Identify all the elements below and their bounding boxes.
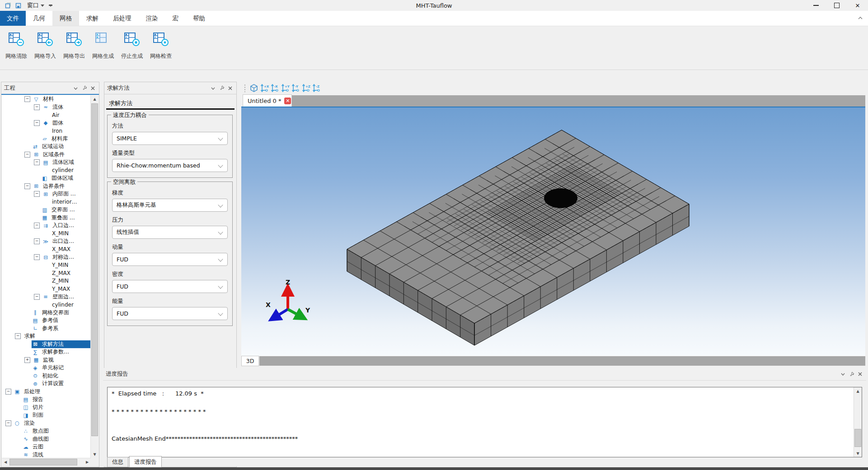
tree-item-材料库[interactable]: ▱材料库 — [2, 135, 91, 143]
tree-item-Z_MIN[interactable]: Z_MIN — [2, 277, 91, 285]
tree-item-渲染[interactable]: −○渲染 — [2, 419, 91, 428]
tree-item-Y_MIN[interactable]: Y_MIN — [2, 261, 91, 270]
tree-item-报告[interactable]: ▤报告 — [2, 396, 91, 404]
tree-item-入口边…[interactable]: −⇉入口边… — [2, 222, 91, 230]
scroll-up-icon[interactable]: ▲ — [91, 95, 99, 102]
tree-item-计算设置[interactable]: ⊛计算设置 — [2, 380, 91, 388]
dropdown-动量[interactable]: FUD — [112, 253, 228, 266]
pin-icon[interactable] — [81, 85, 88, 92]
collapse-icon[interactable]: − — [34, 223, 40, 228]
网格检查-button[interactable]: 网格检查 — [146, 32, 175, 60]
bottom-tab-进度报告[interactable]: 进度报告 — [129, 456, 162, 467]
tree-horizontal-scrollbar[interactable]: ◀ ▶ — [2, 458, 91, 466]
close-icon[interactable] — [227, 85, 234, 92]
collapse-icon[interactable]: − — [34, 120, 40, 126]
tree-item-后处理[interactable]: −▣后处理 — [2, 388, 91, 396]
tab-close-icon[interactable]: ✕ — [284, 98, 291, 104]
menu-item-求解[interactable]: 求解 — [79, 11, 106, 26]
scroll-down-icon[interactable]: ▼ — [854, 450, 862, 457]
tree-item-监视[interactable]: +▦监视 — [2, 356, 91, 364]
document-tab[interactable]: Untitled 0 * ✕ — [243, 94, 292, 107]
tree-item-切片[interactable]: ◫切片 — [2, 404, 91, 412]
chevron-down-icon[interactable] — [210, 85, 216, 92]
scrollbar-thumb[interactable] — [854, 429, 861, 447]
menu-item-几何[interactable]: 几何 — [26, 11, 52, 26]
tree-item-单元标记[interactable]: ◈单元标记 — [2, 364, 91, 372]
scroll-up-icon[interactable]: ▲ — [854, 387, 862, 395]
console-scrollbar[interactable]: ▲ ▼ — [854, 387, 862, 457]
dropdown-密度[interactable]: FUD — [112, 280, 228, 293]
menu-item-渲染[interactable]: 渲染 — [139, 11, 165, 26]
collapse-icon[interactable]: − — [24, 152, 30, 158]
pin-icon[interactable] — [848, 371, 855, 377]
collapse-icon[interactable]: − — [5, 420, 11, 426]
tree-item-Y_MAX[interactable]: Y_MAX — [2, 285, 91, 293]
collapse-icon[interactable]: − — [34, 238, 40, 244]
scroll-left-icon[interactable]: ◀ — [2, 458, 9, 466]
tree-item-求解[interactable]: −求解 — [2, 332, 91, 340]
tree-item-曲线图[interactable]: ∿曲线图 — [2, 435, 91, 443]
chevron-down-icon[interactable] — [72, 85, 79, 92]
3d-viewport[interactable]: Z X Y — [241, 107, 865, 356]
close-icon[interactable] — [857, 371, 863, 377]
网格导入-button[interactable]: 网格导入 — [31, 32, 60, 60]
网格导出-button[interactable]: 网格导出 — [60, 32, 89, 60]
collapse-icon[interactable]: − — [34, 254, 40, 260]
dropdown-方法[interactable]: SIMPLE — [112, 132, 228, 145]
tree-item-初始化[interactable]: ⊙初始化 — [2, 372, 91, 380]
scrollbar-thumb[interactable] — [91, 103, 98, 436]
停止生成-button[interactable]: 停止生成 — [117, 32, 146, 60]
view-minus-x-icon[interactable]: -X — [269, 83, 280, 93]
网格生成-button[interactable]: 网格生成 — [89, 32, 117, 60]
tree-item-cylinder[interactable]: cylinder — [2, 301, 91, 309]
view-minus-z-icon[interactable]: -Z — [311, 83, 321, 93]
chevron-down-icon[interactable] — [840, 371, 846, 377]
tree-item-对称边…[interactable]: −⊟对称边… — [2, 253, 91, 261]
menu-item-帮助[interactable]: 帮助 — [186, 11, 212, 26]
tree-item-重叠面 …[interactable]: ▦重叠面 … — [2, 214, 91, 222]
close-icon[interactable] — [89, 85, 96, 92]
iso-view-icon[interactable] — [249, 83, 259, 93]
tree-item-区域条件[interactable]: −⊞区域条件 — [2, 151, 91, 159]
menu-item-宏[interactable]: 宏 — [165, 11, 186, 26]
tree-item-X_MAX[interactable]: X_MAX — [2, 246, 91, 254]
collapse-icon[interactable]: − — [24, 96, 30, 102]
tree-item-交界面 …[interactable]: ▥交界面 … — [2, 206, 91, 214]
pin-icon[interactable] — [218, 85, 225, 92]
tree-item-材料[interactable]: −▽材料 — [2, 95, 91, 103]
menu-item-文件[interactable]: 文件 — [0, 11, 26, 26]
tree-item-内部面 …[interactable]: −⊞内部面 … — [2, 190, 91, 198]
dropdown-压力[interactable]: 线性插值 — [112, 226, 228, 239]
tree-item-出口边…[interactable]: −≫出口边… — [2, 237, 91, 246]
scroll-down-icon[interactable]: ▼ — [91, 451, 99, 458]
expand-icon[interactable]: + — [24, 357, 30, 363]
dropdown-能量[interactable]: FUD — [112, 307, 228, 320]
tree-item-剖面[interactable]: ◨剖面 — [2, 411, 91, 419]
tree-item-网格交界面[interactable]: ∥网格交界面 — [2, 309, 91, 317]
tree-item-壁面边…[interactable]: −≡壁面边… — [2, 293, 91, 301]
tree-item-X_MIN[interactable]: X_MIN — [2, 230, 91, 238]
bottom-tab-信息[interactable]: 信息 — [107, 457, 128, 467]
tree-item-流体区域[interactable]: −▤流体区域 — [2, 158, 91, 167]
window-menu[interactable]: 窗口 — [27, 1, 52, 9]
tree-item-求解参数…[interactable]: ∑求解参数… — [2, 348, 91, 356]
tree-item-cylinder[interactable]: cylinder — [2, 167, 91, 175]
view-3d-tab[interactable]: 3D — [241, 356, 259, 366]
close-button[interactable]: ✕ — [847, 0, 868, 11]
collapse-icon[interactable]: − — [15, 333, 21, 339]
toolbar-options-icon[interactable] — [49, 5, 52, 7]
tree-item-固体区域[interactable]: ◧固体区域 — [2, 174, 91, 182]
网格清除-button[interactable]: 网格清除 — [2, 32, 31, 60]
view-minus-y-icon[interactable]: -Y — [290, 83, 300, 93]
tree-item-散点图[interactable]: ∴散点图 — [2, 427, 91, 435]
tree-item-Air[interactable]: Air — [2, 111, 91, 119]
tree-item-流线[interactable]: ≋流线 — [2, 451, 91, 458]
tree-item-区域运动[interactable]: ⇄区域运动 — [2, 143, 91, 151]
collapse-icon[interactable]: − — [24, 183, 30, 189]
dropdown-通量类型[interactable]: Rhie-Chow:momentum based — [112, 159, 228, 172]
tree-item-边界条件[interactable]: −⊞边界条件 — [2, 182, 91, 191]
view-plus-y-icon[interactable]: +Y — [280, 83, 290, 93]
scrollbar-thumb[interactable] — [9, 459, 77, 465]
collapse-icon[interactable]: − — [34, 191, 40, 197]
collapse-icon[interactable]: − — [34, 159, 40, 165]
